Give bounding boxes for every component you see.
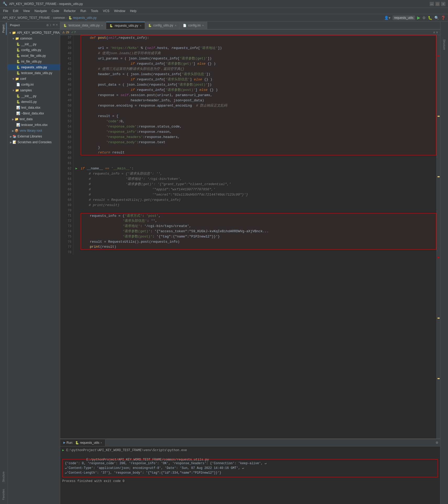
code-line-71[interactable]: requests_info = {'请求方式': 'post', <box>81 213 436 218</box>
code-line-60[interactable] <box>81 156 436 161</box>
tree-excel-utils-py[interactable]: 🐍 excel_file_utils.py <box>8 53 60 59</box>
tree-requests-utils-py[interactable]: 🐍 requests_utils.py <box>8 64 60 70</box>
code-line-64[interactable]: # '请求地址': '/cgi-bin/token', <box>81 176 436 182</box>
code-line-39[interactable]: url = 'https://%s%s' % (self.hosts, requ… <box>81 46 436 51</box>
code-line-52[interactable]: result = { <box>81 114 436 119</box>
code-line-55[interactable]: 'response_info':response.reason, <box>81 129 436 135</box>
code-line-67[interactable]: # '"secret":"92a113bd4b5ffdc72144740dc71… <box>81 192 436 197</box>
code-line-75[interactable]: '请求参数(post)': '{"tag":{"name":"P1P2new12… <box>81 234 436 239</box>
tree-demo01-py[interactable]: 🐍 demo01.py <box>8 99 60 105</box>
run-tab-close[interactable]: × <box>100 441 102 444</box>
menu-run[interactable]: Run <box>78 8 88 14</box>
code-line-65[interactable]: # '请求参数(get)': '{"grant_type":"client_cr… <box>81 182 436 187</box>
tab-config-ini[interactable]: 📄 config.ini × <box>180 22 207 29</box>
tree-samples-init-py[interactable]: 🐍 __init__.py <box>8 93 60 99</box>
structure-tab-button[interactable]: Structure <box>1 469 7 484</box>
menu-tools[interactable]: Tools <box>89 8 100 14</box>
code-line-76[interactable]: result = RequestsUtils().post(requests_i… <box>81 239 436 245</box>
code-line-46[interactable]: post_data = ( json.loads(requests_info['… <box>81 82 436 87</box>
menu-navigate[interactable]: Navigate <box>32 8 49 14</box>
code-line-77[interactable]: print(result) <box>81 245 436 250</box>
code-line-53[interactable]: 'code':0, <box>81 119 436 124</box>
code-line-73[interactable]: '请求地址': '/cgi-bin/tags/create', <box>81 224 436 229</box>
tree-external-libs[interactable]: ▶ 📚 External Libraries <box>8 134 60 139</box>
code-line-49[interactable]: headers=header_info, json=post_data) <box>81 98 436 103</box>
close-button[interactable]: × <box>441 2 445 6</box>
run-config-icon[interactable]: ⚙ <box>422 16 426 20</box>
code-line-54[interactable]: 'response_code':response.status_code, <box>81 124 436 129</box>
run-button[interactable]: ▶ <box>417 15 420 20</box>
code-line-70[interactable] <box>81 208 436 213</box>
breadcrumb-common[interactable]: common <box>53 16 65 20</box>
menu-vcs[interactable]: VCS <box>101 8 111 14</box>
tree-test-data-folder[interactable]: ▶ 📁 test_data <box>8 116 60 122</box>
tree-testcase-infos-xlsx[interactable]: 📊 testcase_infos.xlsx <box>8 122 60 128</box>
code-line-51[interactable] <box>81 108 436 114</box>
menu-edit[interactable]: Edit <box>11 8 20 14</box>
menu-view[interactable]: View <box>21 8 32 14</box>
search-icon[interactable]: 🔍 <box>434 16 439 20</box>
project-tab-button[interactable]: Project <box>1 23 7 35</box>
code-line-66[interactable]: # '"appid":"wxf14419077f707856",' <box>81 187 436 192</box>
code-line-74[interactable]: '请求参数(get)': '{"access_token":"59_KUGkJ-… <box>81 229 436 234</box>
code-line-69[interactable]: # print(result) <box>81 203 436 208</box>
tree-ini-utils-py[interactable]: 🐍 ini_file_utils.py <box>8 59 60 64</box>
code-line-57[interactable]: 'response_body':response.text <box>81 140 436 145</box>
tree-venv[interactable]: ▶ 📦 venv library root <box>8 128 60 134</box>
code-line-50[interactable]: response.encoding = response.apparent_en… <box>81 103 436 108</box>
tab-ini-close[interactable]: × <box>202 24 204 27</box>
tab-config-utils[interactable]: 🐍 config_utils.py × <box>145 22 180 29</box>
code-line-62[interactable]: if __name__ == '__main__': <box>81 166 436 171</box>
code-line-41[interactable]: url_params = ( json.loads(requests_info[… <box>81 56 436 61</box>
tree-common-folder[interactable]: ▼ 📁 common <box>8 36 60 41</box>
tree-config-ini[interactable]: 📄 config.ini <box>8 82 60 87</box>
code-line-42[interactable]: if requests_info['请求参数(get)'] else {} ) <box>81 61 436 67</box>
tree-init-py[interactable]: 🐍 __init__.py <box>8 41 60 47</box>
code-line-45[interactable]: if requests_info['请求头部信息'] else {} ) <box>81 77 436 82</box>
run-marker[interactable]: ▶ <box>75 166 77 171</box>
code-line-68[interactable]: # result = RequestsUtils().get(requests_… <box>81 197 436 203</box>
debug-icon[interactable]: 🐛 <box>428 16 432 20</box>
code-line-78[interactable] <box>81 250 436 255</box>
tree-config-utils-py[interactable]: 🐍 config_utils.py <box>8 47 60 53</box>
breadcrumb-project[interactable]: API_KEY_WORD_TEST_FRAME <box>3 16 50 20</box>
code-line-59[interactable]: return result <box>81 150 436 156</box>
code-line-58[interactable]: } <box>81 145 436 150</box>
sidebar-icon-close[interactable]: × <box>56 23 58 27</box>
code-line-38[interactable] <box>81 40 436 46</box>
minimize-button[interactable]: — <box>430 2 434 6</box>
tree-test-data-tmp-xlsx[interactable]: 📊 ~$test_data.xlsx <box>8 110 60 116</box>
tab-testcase-data-utils[interactable]: 🐍 testcase_data_utils.py × <box>60 22 106 29</box>
tab-config-close[interactable]: × <box>175 24 176 27</box>
code-line-47[interactable]: if requests_info['请求参数(post)'] else {} ) <box>81 87 436 93</box>
code-line-44[interactable]: header_info = ( json.loads(requests_info… <box>81 72 436 77</box>
tree-conf-folder[interactable]: ▼ 📁 conf <box>8 76 60 82</box>
tab-requests-utils[interactable]: 🐍 requests_utils.py × <box>106 22 145 29</box>
breadcrumb-file[interactable]: 🐍 requests_utils.py <box>68 16 97 20</box>
sidebar-icon-sort[interactable]: ↕ <box>50 23 52 27</box>
menu-code[interactable]: Code <box>49 8 61 14</box>
run-play-icon[interactable]: ▶ <box>62 448 64 453</box>
sidebar-icon-gear[interactable]: ⚙ <box>47 23 49 27</box>
code-line-61[interactable] <box>81 161 436 166</box>
code-editor[interactable]: 3738394041424344454647484950515253545556… <box>60 35 436 439</box>
run-settings-icon[interactable]: ⚙ <box>434 440 440 445</box>
favorites-tab-button[interactable]: Favorites <box>1 487 7 502</box>
code-line-56[interactable]: 'response_headers':response.headers, <box>81 135 436 140</box>
menu-refactor[interactable]: Refactor <box>62 8 78 14</box>
tree-scratches-consoles[interactable]: ▶ 📝 Scratches and Consoles <box>8 139 60 145</box>
code-line-48[interactable]: response = self.session.post(url=url, pa… <box>81 93 436 98</box>
code-line-40[interactable]: # 使用json.loads()把字符串转成字典 <box>81 51 436 56</box>
code-line-72[interactable]: '请求头部信息': '', <box>81 218 436 224</box>
tree-samples-folder[interactable]: ▼ 📁 samples <box>8 87 60 93</box>
code-line-37[interactable]: def post(self,requests_info): <box>81 35 436 40</box>
run-tab[interactable]: ▶ Run: 🐍 requests_utils × <box>60 439 105 446</box>
right-tab-btn[interactable]: Structure <box>442 37 447 52</box>
menu-window[interactable]: Window <box>112 8 127 14</box>
menu-help[interactable]: Help <box>128 8 139 14</box>
title-bar-controls[interactable]: — □ × <box>430 2 445 6</box>
menu-file[interactable]: File <box>1 8 10 14</box>
help-icon[interactable]: ❓ <box>441 16 445 20</box>
tree-root[interactable]: ▼ 📁 API_KEY_WORD_TEST_FRA... <box>8 30 60 36</box>
code-line-63[interactable]: # requests_info = {'请求头部信息': '', <box>81 171 436 176</box>
